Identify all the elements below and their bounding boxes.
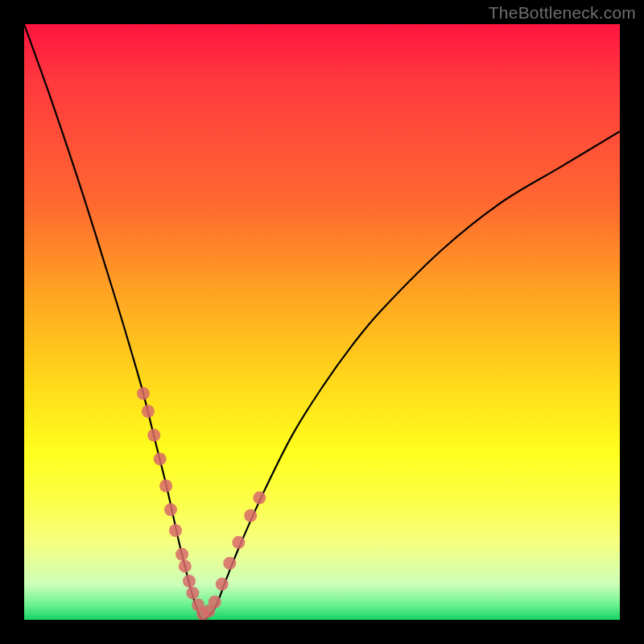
marker-dot <box>216 578 229 591</box>
marker-dot <box>253 491 266 504</box>
marker-dot <box>137 387 150 400</box>
marker-dot <box>154 452 167 465</box>
marker-dot <box>175 548 188 561</box>
chart-frame: TheBottleneck.com <box>0 0 644 644</box>
marker-dot <box>147 429 160 442</box>
marker-dot <box>208 596 221 609</box>
watermark-text: TheBottleneck.com <box>489 3 636 23</box>
marker-dot <box>244 510 257 522</box>
observed-points <box>137 387 266 620</box>
marker-dot <box>183 575 196 588</box>
marker-dot <box>142 405 155 418</box>
plot-area <box>24 24 620 620</box>
chart-svg <box>24 24 620 620</box>
marker-dot <box>159 480 172 493</box>
marker-dot <box>232 536 245 549</box>
marker-dot <box>169 524 182 537</box>
bottleneck-curve <box>24 24 620 620</box>
marker-dot <box>164 503 177 516</box>
marker-dot <box>223 557 236 570</box>
marker-dot <box>186 587 199 600</box>
marker-dot <box>179 559 192 572</box>
